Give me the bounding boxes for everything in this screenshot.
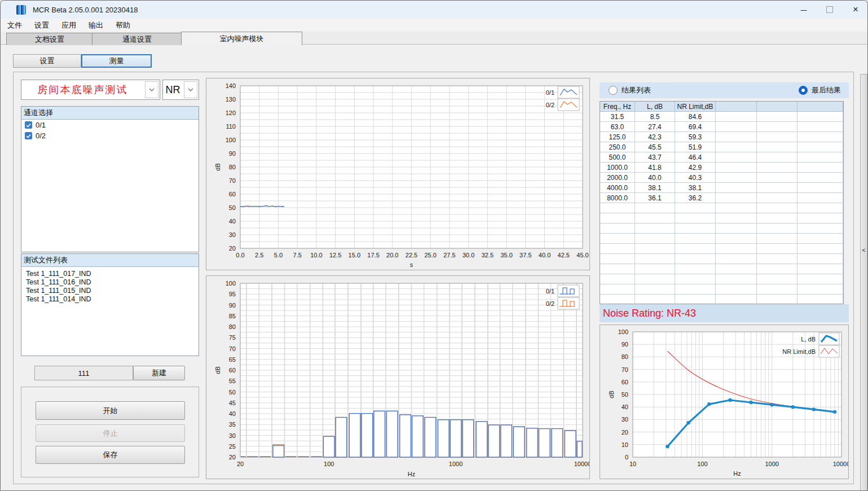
result-list-radio[interactable] bbox=[609, 86, 618, 95]
test-file-list: Test 1_111_017_INDTest 1_111_016_INDTest… bbox=[21, 267, 199, 303]
table-cell bbox=[635, 295, 675, 305]
checkbox-icon[interactable] bbox=[25, 132, 32, 139]
table-cell bbox=[675, 284, 716, 295]
table-cell: 2000.0 bbox=[600, 173, 635, 183]
table-header-cell bbox=[716, 102, 757, 112]
collapse-splitter[interactable]: < bbox=[860, 74, 867, 491]
chevron-down-icon[interactable] bbox=[184, 81, 197, 98]
table-cell: 46.4 bbox=[675, 152, 716, 163]
svg-text:40: 40 bbox=[622, 404, 628, 410]
table-cell bbox=[797, 223, 843, 234]
table-cell bbox=[716, 295, 757, 305]
svg-text:dB: dB bbox=[214, 366, 221, 374]
table-cell bbox=[797, 284, 843, 295]
table-cell: 38.1 bbox=[675, 183, 716, 193]
test-type-combo[interactable]: 房间本底噪声测试 bbox=[21, 80, 160, 100]
file-name-input[interactable]: 111 bbox=[34, 366, 133, 380]
test-file-item[interactable]: Test 1_111_014_IND bbox=[21, 295, 199, 303]
table-cell bbox=[716, 163, 757, 173]
table-row: 500.043.746.4 bbox=[600, 152, 843, 163]
menu-item-1[interactable]: 设置 bbox=[29, 19, 55, 32]
menu-item-4[interactable]: 帮助 bbox=[110, 19, 136, 32]
table-header-row: Freq., HzL, dBNR Limit,dB bbox=[600, 102, 843, 112]
table-cell bbox=[675, 244, 716, 254]
menu-item-2[interactable]: 应用 bbox=[56, 19, 82, 32]
result-table: Freq., HzL, dBNR Limit,dB 31.58.584.663.… bbox=[600, 101, 844, 304]
save-button[interactable]: 保存 bbox=[36, 446, 185, 464]
table-cell bbox=[716, 223, 757, 234]
table-cell bbox=[675, 254, 716, 264]
test-file-item[interactable]: Test 1_111_016_IND bbox=[21, 278, 199, 286]
window-title: MCR Beta 2.05.0.001 20230418 bbox=[33, 6, 138, 14]
channel-item-0/2[interactable]: 0/2 bbox=[21, 130, 199, 141]
svg-text:50: 50 bbox=[229, 204, 236, 211]
table-cell: 40.3 bbox=[675, 173, 716, 183]
table-cell bbox=[797, 142, 843, 152]
nr-standard-combo[interactable]: NR bbox=[162, 80, 199, 100]
last-result-radio[interactable] bbox=[799, 86, 808, 95]
main-tab-0[interactable]: 文档设置 bbox=[6, 33, 93, 45]
table-cell: 125.0 bbox=[600, 132, 635, 142]
svg-text:100: 100 bbox=[697, 461, 707, 467]
svg-text:5.0: 5.0 bbox=[274, 252, 283, 258]
minimize-button[interactable]: ─ bbox=[791, 1, 817, 19]
table-cell: 40.0 bbox=[635, 173, 675, 183]
table-header-cell: NR Limit,dB bbox=[675, 102, 716, 112]
checkbox-icon[interactable] bbox=[25, 121, 32, 129]
table-header-cell: L, dB bbox=[635, 102, 675, 112]
table-cell bbox=[600, 264, 635, 274]
new-button[interactable]: 新建 bbox=[133, 366, 185, 380]
menu-item-0[interactable]: 文件 bbox=[2, 19, 28, 32]
test-file-item[interactable]: Test 1_111_015_IND bbox=[21, 286, 199, 295]
table-cell bbox=[635, 244, 675, 254]
chevron-down-icon[interactable] bbox=[145, 81, 158, 98]
svg-text:95: 95 bbox=[229, 291, 236, 297]
result-table-header: Freq., HzL, dBNR Limit,dB bbox=[600, 102, 843, 112]
table-cell bbox=[635, 223, 675, 234]
table-cell bbox=[716, 183, 757, 193]
svg-text:80: 80 bbox=[229, 164, 236, 170]
svg-text:Hz: Hz bbox=[408, 471, 415, 477]
table-row-empty bbox=[600, 274, 843, 284]
time-chart-panel: 0.02.55.07.510.012.515.017.520.022.525.0… bbox=[206, 78, 590, 270]
svg-text:35.0: 35.0 bbox=[500, 252, 512, 258]
start-button[interactable]: 开始 bbox=[36, 401, 185, 420]
main-tab-1[interactable]: 通道设置 bbox=[92, 33, 182, 45]
table-cell bbox=[797, 254, 843, 264]
test-file-item[interactable]: Test 1_111_017_IND bbox=[21, 269, 199, 278]
tab-measure[interactable]: 测量 bbox=[81, 54, 152, 68]
result-list-label: 结果列表 bbox=[622, 85, 651, 95]
table-cell: 38.1 bbox=[635, 183, 675, 193]
table-row-empty bbox=[600, 203, 843, 213]
nr-chart-panel: 010203040506070809010010100100010000dBHz… bbox=[600, 325, 849, 479]
svg-text:L, dB: L, dB bbox=[801, 336, 816, 343]
svg-text:10: 10 bbox=[629, 461, 636, 467]
svg-text:12.5: 12.5 bbox=[329, 252, 341, 258]
main-tab-2[interactable]: 室内噪声模块 bbox=[181, 32, 302, 45]
table-row-empty bbox=[600, 295, 843, 305]
table-cell bbox=[635, 284, 675, 295]
table-header-cell bbox=[797, 102, 843, 112]
table-cell bbox=[675, 295, 716, 305]
svg-text:100: 100 bbox=[226, 137, 236, 143]
channel-item-0/1[interactable]: 0/1 bbox=[21, 120, 199, 130]
svg-text:Hz: Hz bbox=[733, 470, 741, 477]
tab-settings[interactable]: 设置 bbox=[13, 54, 81, 68]
close-button[interactable]: × bbox=[843, 1, 868, 19]
svg-text:20: 20 bbox=[622, 429, 628, 436]
svg-text:40: 40 bbox=[229, 410, 236, 417]
svg-text:1000: 1000 bbox=[765, 461, 778, 467]
table-cell: 45.5 bbox=[635, 142, 675, 152]
collapse-left-icon: < bbox=[862, 247, 865, 253]
table-cell bbox=[757, 284, 797, 295]
table-row: 1000.041.842.9 bbox=[600, 163, 843, 173]
table-cell: 27.4 bbox=[635, 122, 675, 132]
channel-label: 0/1 bbox=[36, 121, 46, 129]
maximize-button[interactable] bbox=[817, 1, 843, 19]
table-cell: 69.4 bbox=[675, 122, 716, 132]
table-cell bbox=[600, 203, 635, 213]
menu-item-3[interactable]: 输出 bbox=[83, 19, 109, 32]
result-table-body: 31.58.584.663.027.469.4125.042.359.3250.… bbox=[600, 112, 843, 305]
svg-text:10000: 10000 bbox=[574, 461, 589, 467]
svg-text:0/1: 0/1 bbox=[546, 89, 554, 96]
